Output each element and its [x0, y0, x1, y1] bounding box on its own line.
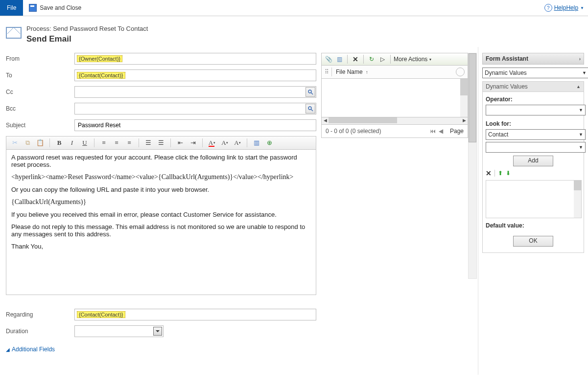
bcc-lookup-button[interactable] — [306, 104, 315, 114]
body-p2: <hyperlink><name>Reset Password</name><v… — [11, 173, 311, 181]
first-page-icon[interactable]: ⏮ — [430, 128, 436, 135]
move-down-button[interactable]: ⬇ — [506, 170, 511, 177]
body-p7: Thank You, — [11, 243, 311, 250]
look-for-attribute-select[interactable]: ▼ — [486, 142, 586, 153]
additional-fields-label: Additional Fields — [12, 346, 55, 353]
checkbox-column[interactable]: ⠿ — [322, 68, 331, 75]
add-button[interactable]: Add — [513, 156, 553, 166]
from-token[interactable]: {Owner(Contact)} — [77, 55, 122, 62]
play-button[interactable]: ▷ — [377, 54, 387, 64]
scrollbar[interactable] — [574, 181, 581, 218]
reload-icon[interactable] — [456, 68, 465, 76]
triangle-icon: ◢ — [6, 347, 10, 352]
to-field[interactable]: {Contact(Contact)} — [74, 69, 316, 81]
align-center-button[interactable]: ≡ — [111, 137, 122, 148]
delete-button[interactable]: ✕ — [351, 54, 360, 64]
additional-fields-toggle[interactable]: ◢ Additional Fields — [6, 346, 316, 353]
more-actions-label: More Actions — [394, 56, 427, 63]
attachments-column-header[interactable]: ⠿ File Name ↑ — [321, 66, 468, 79]
lookup-icon — [307, 89, 313, 95]
attach-note-button[interactable]: ▥ — [334, 54, 344, 64]
copy-button[interactable]: ⧉ — [22, 137, 33, 148]
underline-button[interactable]: U — [79, 137, 90, 148]
scrollbar[interactable] — [460, 79, 468, 117]
chevron-down-icon: ▼ — [579, 132, 583, 137]
chevron-down-icon: ▼ — [579, 145, 583, 150]
bold-button[interactable]: B — [54, 137, 65, 148]
more-actions-dropdown[interactable]: More Actions ▾ — [394, 56, 431, 63]
unordered-list-button[interactable]: ☰ — [156, 137, 166, 148]
subject-input[interactable] — [77, 121, 314, 129]
play-icon: ▷ — [380, 56, 385, 63]
align-left-button[interactable]: ≡ — [98, 137, 109, 148]
insert-link-button[interactable]: ⊕ — [264, 137, 275, 148]
look-for-entity-select[interactable]: Contact ▼ — [486, 129, 586, 140]
indent-button[interactable]: ⇥ — [188, 137, 198, 148]
bcc-label: Bcc — [6, 105, 74, 112]
remove-button[interactable]: ✕ — [486, 169, 492, 177]
attachments-panel: 📎 ▥ ✕ ↻ ▷ More Actions ▾ ⠿ File Name ↑ ◀ — [321, 47, 478, 375]
process-prefix: Process: — [26, 25, 53, 32]
form-assistant-header[interactable]: Form Assistant › — [482, 53, 584, 65]
cc-lookup-button[interactable] — [306, 87, 315, 97]
move-up-button[interactable]: ⬆ — [498, 170, 503, 177]
ok-button[interactable]: OK — [513, 236, 553, 247]
regarding-token[interactable]: {Contact(Contact)} — [77, 311, 125, 318]
ok-label: OK — [529, 237, 537, 244]
duration-select[interactable] — [74, 325, 164, 337]
lookup-icon — [307, 106, 313, 112]
font-family-button[interactable]: A▾ — [232, 137, 243, 148]
note-icon: ▥ — [337, 56, 342, 63]
page-title: Send Email — [26, 34, 148, 44]
scroll-right-icon[interactable]: ▶ — [461, 117, 468, 123]
italic-button[interactable]: I — [67, 137, 77, 148]
dynamic-values-label: Dynamic Values — [486, 83, 528, 90]
operator-select[interactable]: ▼ — [486, 105, 586, 115]
ordered-list-button[interactable]: ☰ — [143, 137, 154, 148]
file-name-column-label: File Name — [336, 68, 363, 75]
subject-field[interactable] — [74, 119, 316, 131]
save-and-close-button[interactable]: Save and Close — [29, 4, 81, 12]
file-menu-button[interactable]: File — [0, 0, 23, 16]
help-link[interactable]: ? HelpHelpHelp ▼ — [544, 4, 584, 12]
cc-label: Cc — [6, 89, 74, 95]
insert-template-button[interactable]: ▥ — [251, 137, 262, 148]
refresh-button[interactable]: ↻ — [367, 54, 376, 64]
regarding-field[interactable]: {Contact(Contact)} — [74, 309, 316, 320]
font-color-button[interactable]: A▾ — [207, 137, 217, 148]
cc-field[interactable] — [74, 86, 316, 98]
help-label: HelpHelpHelp — [554, 4, 578, 11]
bcc-field[interactable] — [74, 103, 316, 114]
outdent-button[interactable]: ⇤ — [175, 137, 186, 148]
chevron-down-icon: ▾ — [429, 57, 431, 62]
attach-file-button[interactable]: 📎 — [324, 54, 333, 64]
align-right-button[interactable]: ≡ — [124, 137, 135, 148]
attach-icon: 📎 — [325, 56, 332, 63]
prev-page-icon[interactable]: ◀ — [439, 128, 443, 135]
scrollbar[interactable] — [468, 53, 477, 279]
selected-values-list[interactable] — [486, 180, 582, 218]
chevron-down-icon: ▼ — [580, 6, 584, 10]
add-label: Add — [528, 157, 538, 164]
email-form: From {Owner(Contact)} To {Contact(Contac… — [0, 47, 321, 375]
font-size-button[interactable]: A▾ — [219, 137, 230, 148]
look-for-value: Contact — [488, 131, 508, 138]
email-body-editor[interactable]: A password reset was requested for your … — [6, 149, 316, 295]
list-action-row: ✕ ⬆ ⬇ — [486, 169, 581, 177]
attachments-status-row: 0 - 0 of 0 (0 selected) ⏮ ◀ Page — [321, 125, 468, 138]
horizontal-scrollbar[interactable]: ◀ ▶ — [321, 117, 468, 125]
look-for-label: Look for: — [486, 120, 581, 127]
scroll-left-icon[interactable]: ◀ — [322, 117, 329, 123]
from-label: From — [6, 55, 74, 62]
cut-button[interactable]: ✂ — [9, 137, 20, 148]
chevron-right-icon: › — [579, 56, 581, 62]
dynamic-values-section-header[interactable]: Dynamic Values ▲ — [482, 81, 584, 92]
attachments-list — [321, 79, 468, 117]
from-field[interactable]: {Owner(Contact)} — [74, 53, 316, 65]
body-p1: A password reset was requested for your … — [11, 154, 311, 168]
to-token[interactable]: {Contact(Contact)} — [77, 72, 125, 79]
status-text: 0 - 0 of 0 (0 selected) — [326, 128, 381, 135]
svg-line-3 — [311, 110, 313, 112]
paste-button[interactable]: 📋 — [35, 137, 46, 148]
assistant-mode-select[interactable]: Dynamic Values ▼ — [482, 68, 588, 78]
